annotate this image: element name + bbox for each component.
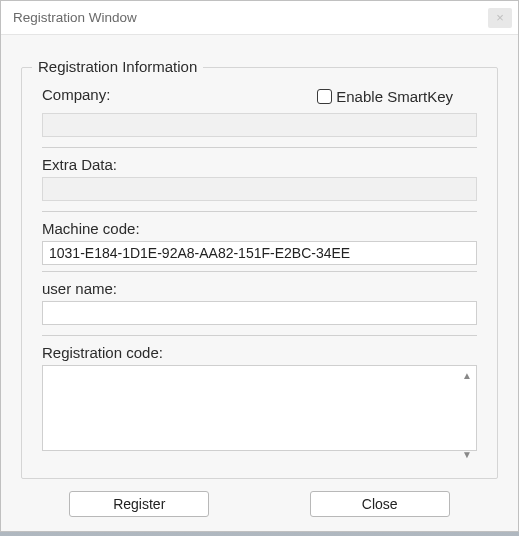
user-name-block: user name:: [42, 280, 477, 325]
company-input[interactable]: [42, 113, 477, 137]
user-name-label: user name:: [42, 280, 477, 297]
divider: [42, 271, 477, 272]
enable-smartkey-checkbox[interactable]: Enable SmartKey: [317, 88, 453, 105]
close-button[interactable]: Close: [310, 491, 450, 517]
company-label: Company:: [42, 86, 110, 103]
window-content: Registration Information Company: Enable…: [1, 35, 518, 531]
divider: [42, 147, 477, 148]
register-button[interactable]: Register: [69, 491, 209, 517]
registration-code-input[interactable]: [42, 365, 477, 451]
machine-code-label: Machine code:: [42, 220, 477, 237]
extra-data-label: Extra Data:: [42, 156, 477, 173]
registration-code-wrap: ▲ ▼: [42, 365, 477, 464]
close-icon[interactable]: ×: [488, 8, 512, 28]
group-title: Registration Information: [32, 58, 203, 75]
machine-code-input[interactable]: [42, 241, 477, 265]
machine-code-block: Machine code:: [42, 220, 477, 265]
enable-smartkey-label: Enable SmartKey: [336, 88, 453, 105]
registration-code-label: Registration code:: [42, 344, 477, 361]
window-title: Registration Window: [13, 10, 137, 25]
extra-data-input[interactable]: [42, 177, 477, 201]
divider: [42, 335, 477, 336]
checkbox-box-icon: [317, 89, 332, 104]
registration-window: Registration Window × Registration Infor…: [0, 0, 519, 532]
extra-data-block: Extra Data:: [42, 156, 477, 201]
titlebar: Registration Window ×: [1, 1, 518, 35]
divider: [42, 211, 477, 212]
company-row: Company: Enable SmartKey: [42, 86, 477, 107]
button-row: Register Close: [21, 479, 498, 517]
registration-code-block: Registration code: ▲ ▼: [42, 344, 477, 464]
user-name-input[interactable]: [42, 301, 477, 325]
registration-info-group: Registration Information Company: Enable…: [21, 67, 498, 479]
